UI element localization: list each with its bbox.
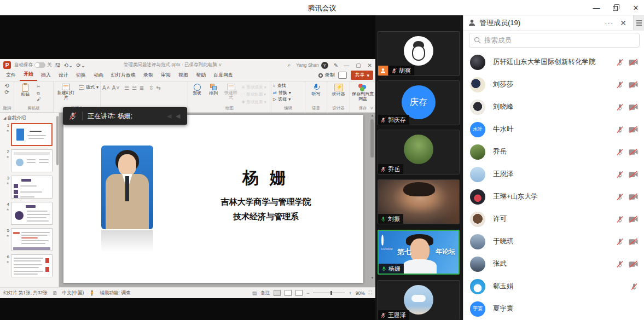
section-header[interactable]: ◢ 自我介绍 [3,115,59,121]
save-to-netdisk-button[interactable]: 保存到百度网盘 [352,83,374,102]
video-tile-yangshan[interactable]: FORUM 第七 年论坛 杨姗 [378,230,460,275]
member-search-box[interactable] [469,33,640,48]
account-user[interactable]: Yang Shan Y [296,62,328,69]
more-options-button[interactable]: ··· [605,19,613,27]
format-painter-icon[interactable]: 🖌 [37,97,41,102]
copy-icon[interactable]: ⧉ [37,91,41,96]
zoom-slider[interactable] [313,293,345,293]
dictate-button[interactable]: 听写 [308,83,324,97]
video-tile-liuzhen[interactable]: 刘振 [378,179,460,224]
collapse-ribbon-icon[interactable]: ˅ [370,106,373,111]
muted-camera-icon[interactable] [629,126,638,133]
replace-button[interactable]: ⇄替换 ▾ [273,90,291,96]
ppt-restore-button[interactable]: ▢ [356,62,361,68]
slide-canvas[interactable]: 杨 姗 吉林大学商学与管理学院 技术经济与管理系 [63,115,363,283]
muted-mic-icon[interactable] [616,171,624,178]
muted-mic-icon[interactable] [616,238,624,246]
member-row[interactable]: 乔岳 [463,141,644,163]
tab-review[interactable]: 审阅 [157,70,175,81]
tab-insert[interactable]: 插入 [37,70,55,81]
slide-thumb-4[interactable]: 4★ [2,202,59,225]
muted-mic-icon[interactable] [616,193,624,201]
slide-thumb-6[interactable]: 6★ [2,254,59,277]
restore-button[interactable] [611,3,621,13]
muted-mic-icon[interactable] [616,260,624,268]
search-input[interactable] [484,37,635,44]
member-row[interactable]: 厉轩廷山东大学国际创新转化学院 [463,51,644,73]
muted-camera-icon[interactable] [629,216,638,223]
zoom-out-icon[interactable]: − [306,290,309,296]
muted-camera-icon[interactable] [629,260,638,268]
member-row[interactable]: 王琳+山东大学 [463,185,644,208]
record-button[interactable]: 录制 [318,72,334,79]
undo-icon[interactable]: ⟲⌄ [64,62,73,68]
find-button[interactable]: ⌕查找 [273,83,286,89]
align-icons[interactable]: ⇳ ⇆ [149,84,161,91]
member-row[interactable]: 刘莎莎 [463,73,644,96]
ribbon-redo-icon[interactable]: ⟳ [4,89,9,95]
zoom-in-icon[interactable]: + [349,290,351,296]
new-slide-button[interactable]: 新建幻灯片 [55,83,77,101]
tab-view[interactable]: 视图 [175,70,192,81]
tab-transitions[interactable]: 切换 [72,70,90,81]
minimize-button[interactable]: — [591,3,601,13]
tab-animations[interactable]: 动画 [90,70,107,81]
accessibility-status[interactable]: 辅助功能: 调查 [100,290,131,296]
spellcheck-icon[interactable]: 🖹 [53,290,57,296]
layout-toggle-button[interactable] [633,15,644,30]
paste-button[interactable]: 粘贴 [16,83,34,97]
tab-design[interactable]: 设计 [55,70,72,81]
share-button[interactable]: 共享▾ [351,71,373,80]
slide-thumb-1[interactable]: 1★ [2,123,59,146]
slide-thumb-3[interactable]: 3★ [2,176,59,199]
muted-camera-icon[interactable] [629,148,638,156]
member-row[interactable]: 刘晓峰 [463,96,644,118]
muted-mic-icon[interactable] [616,126,624,133]
video-tile-husshuang[interactable]: 胡爽 [378,31,460,76]
ribbon-undo-icon[interactable]: ⟲ [4,83,9,89]
scroll-down-icon[interactable]: ▼ [370,276,374,280]
video-tile-qiaoyue[interactable]: 乔岳 [378,130,460,174]
member-row[interactable]: 宇寰 夏宇寰 [463,298,644,320]
video-tile-wangenze[interactable]: 王恩泽 [378,280,460,320]
tab-home[interactable]: 开始 [20,69,37,81]
slide-sorter-view-icon[interactable] [285,290,292,296]
tab-help[interactable]: 帮助 [192,70,210,81]
tab-file[interactable]: 文件 [2,70,20,81]
select-button[interactable]: ▷选择 ▾ [273,96,291,103]
tab-baidu-netdisk[interactable]: 百度网盘 [210,70,237,81]
thumbnail-scrollbar[interactable] [56,116,59,165]
list-icons[interactable]: ☰ ☱ ≣ [124,84,144,91]
muted-mic-icon[interactable] [630,283,638,290]
comments-icon[interactable] [338,72,347,79]
shapes-button[interactable]: 形状 [190,83,204,96]
muted-camera-icon[interactable] [629,238,638,246]
member-row[interactable]: 郗玉娟 [463,275,644,298]
designer-button[interactable]: 设计器 [329,83,348,97]
slideshow-view-icon[interactable] [295,290,303,296]
notes-button[interactable]: 备注 [260,290,270,296]
panel-close-button[interactable]: ✕ [620,19,626,27]
slide-thumb-5[interactable]: 5★ [2,228,59,251]
muted-camera-icon[interactable] [629,59,638,66]
fit-to-window-icon[interactable]: ⛶ [369,290,372,296]
layout-button[interactable]: 版式 ▾ [79,84,98,91]
tab-slideshow[interactable]: 幻灯片放映 [107,70,140,81]
language-status[interactable]: 中文(中国) [62,290,84,296]
tab-record[interactable]: 录制 [140,70,157,81]
scroll-up-icon[interactable]: ▲ [370,114,374,117]
canvas-scrollbar[interactable]: ▲ ▼ [370,114,375,280]
ppt-search-icon[interactable]: ⌕ [288,62,291,68]
ppt-minimize-button[interactable]: — [344,62,349,68]
save-icon[interactable]: 🖫 [55,62,61,68]
normal-view-icon[interactable] [274,290,281,296]
muted-mic-icon[interactable] [616,59,624,66]
quick-styles-button[interactable]: 快速样式 [223,83,239,101]
shape-outline-button[interactable]: ⬚ 形状轮廓 ▾ [241,91,266,97]
zoom-level[interactable]: 90% [356,290,365,296]
font-controls-icons[interactable]: A˄ A˅ [102,84,120,91]
muted-camera-icon[interactable] [629,193,638,201]
autosave-toggle[interactable]: 自动保存 关 [14,62,52,68]
muted-mic-icon[interactable] [616,81,624,89]
muted-camera-icon[interactable] [629,171,638,178]
